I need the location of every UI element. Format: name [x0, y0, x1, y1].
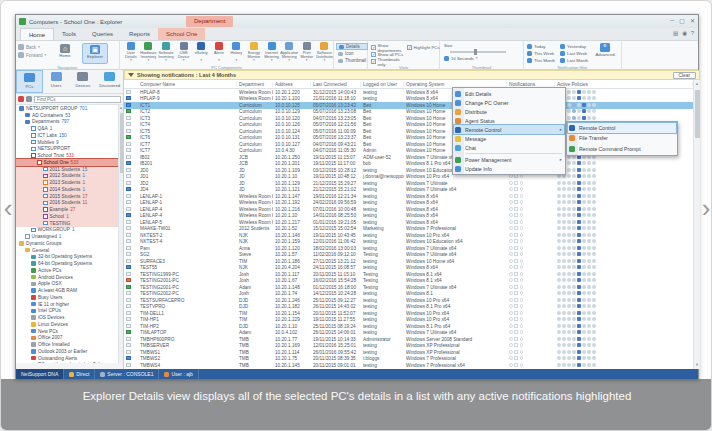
- tab-school-one[interactable]: School One: [158, 28, 205, 40]
- column-header-active-policies[interactable]: Active Policies: [555, 82, 693, 87]
- sidebar-tab-discovered[interactable]: Discovered: [96, 70, 123, 93]
- menu-item-distribute[interactable]: Distribute: [454, 107, 564, 116]
- table-row-testing2002-pc[interactable]: TESTING2002-PCJosh10.20.1.7414/12/2015 1…: [124, 291, 700, 298]
- scroll-thumb[interactable]: [695, 90, 700, 138]
- tree-item-school-trust[interactable]: School Trust533: [16, 152, 118, 159]
- tree-item-departments[interactable]: Departments797: [16, 119, 118, 126]
- column-header-operating-system[interactable]: Operating System: [404, 82, 507, 87]
- tree-item-2011-students[interactable]: 2011 Students15: [16, 166, 118, 173]
- usb-device-control-button[interactable]: USB Device Control: [175, 42, 193, 65]
- clear-filter-button[interactable]: Clear: [673, 72, 696, 79]
- column-header-logged-on-user[interactable]: Logged on User: [361, 82, 404, 87]
- lock-icon[interactable]: [26, 96, 32, 102]
- menu-item-chat[interactable]: Chat: [454, 143, 564, 152]
- tree-item-2012-students[interactable]: 2012 Students1: [16, 173, 118, 180]
- tree-item-outstanding-alerts[interactable]: Outstanding Alerts: [16, 355, 118, 362]
- table-row-maake-tw01[interactable]: MAAKE-TW012012 Students10.20.1.5215/12/2…: [124, 226, 700, 233]
- menu-item-edit-details[interactable]: Edit Details: [454, 89, 564, 98]
- filter-last-month-button[interactable]: Last Month: [560, 57, 593, 64]
- tree-item-linux-devices[interactable]: Linux Devices: [16, 321, 118, 328]
- tree-item-pcs-not-logged-on-in-last-7-days[interactable]: PCs not logged on in last 7 days: [16, 362, 118, 364]
- help-icon[interactable]: ?: [691, 30, 694, 36]
- submenu-item-remote-control[interactable]: Remote Control: [568, 123, 676, 133]
- checkbox-highlight-pcs[interactable]: ✓Highlight PCs: [407, 44, 443, 51]
- table-row-tim-hp2[interactable]: TIM-HP2DJD10.20.1.1025/11/2015 08:19:24t…: [124, 323, 700, 330]
- sidebar-tab-devices[interactable]: Devices: [70, 70, 97, 93]
- filter-this-week-button[interactable]: This Week: [527, 50, 560, 57]
- table-row-tmbws4[interactable]: TMBWS4TMB10.20.1.14520/11/2015 09:01:01t…: [124, 362, 700, 369]
- scroll-up-icon[interactable]: ▲: [119, 105, 123, 111]
- print-monitor-button[interactable]: Print Monitor: [298, 42, 316, 65]
- user-details-button[interactable]: User Details: [122, 42, 140, 65]
- table-row-timlaptop[interactable]: TIMLAPTOPAdam10.0.4.10226/11/2015 14:06:…: [124, 330, 700, 337]
- menu-item-agent-status[interactable]: Agent Status: [454, 116, 564, 125]
- table-row-testvpro[interactable]: TESTVPRODJD10.20.1.18226/11/2015 14:43:0…: [124, 304, 700, 311]
- advanced-filter-button[interactable]: ⚙ Advanced: [592, 43, 618, 57]
- view-style-details[interactable]: Details: [336, 43, 368, 50]
- slider-knob[interactable]: [474, 49, 477, 55]
- internet-metering-button[interactable]: Internet Metering: [263, 42, 281, 65]
- history-button[interactable]: History: [228, 42, 246, 65]
- menu-item-remote-control[interactable]: Remote Control▸: [454, 125, 564, 134]
- tree-item-ie-11-or-higher[interactable]: IE 11 or higher: [16, 301, 118, 308]
- tree-item-general[interactable]: General: [16, 247, 118, 254]
- menu-item-update-info[interactable]: Update Info: [454, 164, 564, 173]
- back-button[interactable]: Back: [18, 43, 50, 51]
- sidebar-tab-users[interactable]: Users: [43, 70, 70, 93]
- menu-item-change-pc-owner[interactable]: Change PC Owner: [454, 98, 564, 107]
- minimize-icon[interactable]: ─: [670, 17, 674, 24]
- tab-reports[interactable]: Reports: [121, 28, 158, 40]
- tab-queries[interactable]: Queries: [84, 28, 121, 40]
- find-pcs-input[interactable]: [34, 96, 121, 103]
- table-row-pam[interactable]: PamAnna10.20.1.12018/02/2016 13:00:03tes…: [124, 245, 700, 252]
- submenu-item-file-transfer[interactable]: File Transfer: [568, 133, 676, 143]
- table-row-lenlap-5[interactable]: LENLAP-5Wireless Room Kit10.20.1.21701/0…: [124, 219, 700, 226]
- column-header-last-connected[interactable]: Last Connected: [311, 82, 361, 87]
- table-row-testsurfacepro[interactable]: TESTSURFACEPRODJD10.20.1.24625/11/2015 0…: [124, 297, 700, 304]
- tree-item-2016-students[interactable]: 2016 Students11: [16, 200, 118, 207]
- sidebar-tab-pcs[interactable]: PCs: [16, 70, 43, 93]
- table-row-jd0[interactable]: JD0JD10.20.1.10903/12/2015 10:28:12testi…: [124, 167, 700, 174]
- hardware-inventory-button[interactable]: Hardware Inventory: [140, 42, 158, 65]
- table-row-jd2[interactable]: JD2JD10.20.1.12921/12/2015 15:29:27testi…: [124, 180, 700, 187]
- snapshot-icon[interactable]: ◉: [682, 30, 687, 36]
- scroll-thumb[interactable]: [120, 113, 123, 173]
- table-row-testing2001-pc[interactable]: TESTING2001-PCAdam10.20.1.14801/12/2015 …: [124, 284, 700, 291]
- tree-item-at-least-4gb-ram[interactable]: At least 4GB RAM: [16, 287, 118, 294]
- home-button[interactable]: ⌂ Home: [52, 43, 78, 64]
- table-row-tmbhp600pro[interactable]: TMBHP600PROTMB10.20.1.7719/11/2015 10:14…: [124, 336, 700, 343]
- tree-item-mobiles[interactable]: Mobiles9: [16, 139, 118, 146]
- table-row-lenlap-4[interactable]: LENLAP-4Wireless Room Kit10.20.1.21607/0…: [124, 206, 700, 213]
- column-header-notifications[interactable]: Notifications: [507, 82, 555, 87]
- tab-home[interactable]: Home: [20, 28, 54, 40]
- energy-monitor-button[interactable]: Energy Monitor: [245, 42, 263, 65]
- table-row-tmbws1[interactable]: TMBWS1TMB10.20.1.11426/01/2016 09:55:42t…: [124, 349, 700, 356]
- software-distribution-button[interactable]: Software Distribution: [316, 42, 334, 65]
- tree-item-32-bit-operating-systems[interactable]: 32-bit Operating Systems: [16, 254, 118, 261]
- table-row-tmbws2[interactable]: TMBWS2TMB10.20.1.7520/11/2015 08:39:35t.…: [124, 356, 700, 363]
- tree-item-testing[interactable]: TESTING: [16, 220, 118, 227]
- carousel-next-icon[interactable]: ›: [699, 189, 712, 229]
- tree-item-office-2007[interactable]: Office 2007: [16, 335, 118, 342]
- table-row-nktest-2[interactable]: NKTEST-2NJK10.20.1.14619/11/2015 10:43:4…: [124, 232, 700, 239]
- tree-item-apple-osx[interactable]: Apple OSX: [16, 281, 118, 288]
- column-header-department[interactable]: Department: [237, 82, 273, 87]
- tree-item-office-installed[interactable]: Office Installed: [16, 341, 118, 348]
- carousel-prev-icon[interactable]: ‹: [1, 189, 15, 229]
- menu-item-power-management[interactable]: Power Management▸: [454, 155, 564, 164]
- column-header-address[interactable]: Address: [273, 82, 311, 87]
- table-row-tim-dell1[interactable]: TIM-DELL1TIM10.20.1.15420/11/2015 11:52:…: [124, 310, 700, 317]
- scroll-down-icon[interactable]: ▼: [694, 361, 700, 369]
- tree-item-school-one[interactable]: School One533: [16, 159, 118, 166]
- tree-item-active-pcs[interactable]: Active PCs: [16, 267, 118, 274]
- esafety-button[interactable]: eSafety: [192, 42, 210, 65]
- tab-tools[interactable]: Tools: [54, 28, 84, 40]
- tree-item-netsupport[interactable]: NETSUPPORT: [16, 146, 118, 153]
- filter-last-week-button[interactable]: Last Week: [560, 50, 593, 57]
- table-row-sg2[interactable]: SG2Steve10.20.1.5711/02/2016 09:12:10Tes…: [124, 252, 700, 259]
- thumbnail-size-slider[interactable]: [450, 51, 506, 53]
- tree-item-ict-labs[interactable]: ICT Labs150: [16, 132, 118, 139]
- table-row-hplap-9[interactable]: HPLAP-9Wireless Room Kit10.20.1.10021/01…: [124, 96, 700, 103]
- table-scrollbar[interactable]: ▲ ▼: [693, 80, 700, 369]
- table-row-jd4[interactable]: JD4JD10.20.1.12121/12/2015 15:21:02testi…: [124, 187, 700, 194]
